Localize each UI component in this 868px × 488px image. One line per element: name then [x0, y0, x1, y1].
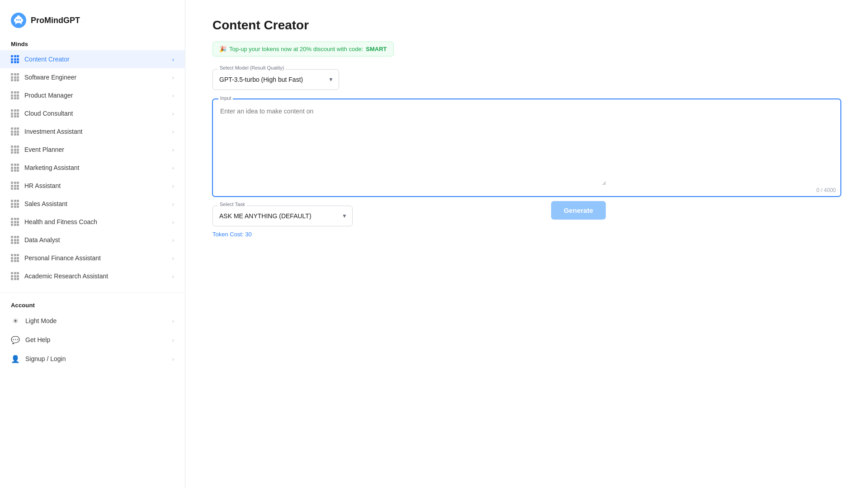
account-item-get-help[interactable]: 💬Get Help› — [0, 330, 185, 349]
nav-item-label: Product Manager — [24, 92, 172, 99]
nav-chevron-icon: › — [172, 128, 174, 135]
model-select-wrapper: Select Model (Result Quality) GPT-3.5-tu… — [212, 69, 339, 90]
logo-text: ProMindGPT — [31, 16, 80, 25]
sidebar: ProMindGPT Minds Content Creator›Softwar… — [0, 0, 185, 488]
model-select-label: Select Model (Result Quality) — [218, 65, 286, 70]
logo-area: ProMindGPT — [0, 9, 185, 37]
grid-icon — [11, 218, 19, 226]
nav-chevron-icon: › — [172, 74, 174, 81]
bottom-row: Select Task ASK ME ANYTHING (DEFAULT) Bl… — [212, 206, 606, 238]
nav-chevron-icon: › — [172, 92, 174, 99]
sidebar-item-health-fitness-coach[interactable]: Health and Fitness Coach› — [0, 213, 185, 231]
sidebar-item-investment-assistant[interactable]: Investment Assistant› — [0, 122, 185, 141]
model-select-group: Select Model (Result Quality) GPT-3.5-tu… — [212, 69, 841, 90]
grid-icon — [11, 109, 19, 117]
minds-section-label: Minds — [0, 37, 185, 50]
sidebar-item-content-creator[interactable]: Content Creator› — [0, 50, 185, 68]
account-item-signup-login[interactable]: 👤Signup / Login› — [0, 349, 185, 368]
promo-text: Top-up your tokens now at 20% discount w… — [229, 46, 363, 52]
grid-icon — [11, 182, 19, 190]
sidebar-item-event-planner[interactable]: Event Planner› — [0, 141, 185, 159]
nav-chevron-icon: › — [172, 201, 174, 207]
account-item-label: Light Mode — [25, 317, 172, 324]
nav-item-label: Content Creator — [24, 56, 172, 63]
select-task-group: Select Task ASK ME ANYTHING (DEFAULT) Bl… — [212, 206, 353, 238]
account-chevron-icon: › — [172, 356, 174, 362]
logo-icon — [11, 13, 26, 28]
nav-item-label: Data Analyst — [24, 236, 172, 244]
task-select-label: Select Task — [218, 202, 247, 207]
nav-chevron-icon: › — [172, 164, 174, 171]
content-input[interactable] — [213, 99, 606, 185]
sidebar-item-sales-assistant[interactable]: Sales Assistant› — [0, 195, 185, 213]
nav-chevron-icon: › — [172, 255, 174, 262]
promo-banner: 🎉 Top-up your tokens now at 20% discount… — [212, 42, 394, 56]
nav-chevron-icon: › — [172, 183, 174, 189]
token-cost: Token Cost: 30 — [212, 231, 353, 238]
grid-icon — [11, 254, 19, 262]
grid-icon — [11, 236, 19, 244]
account-section-label: Account — [0, 298, 185, 311]
signup-login-icon: 👤 — [11, 354, 20, 363]
nav-item-label: Health and Fitness Coach — [24, 218, 172, 225]
sidebar-item-product-manager[interactable]: Product Manager› — [0, 86, 185, 104]
nav-chevron-icon: › — [172, 237, 174, 244]
account-chevron-icon: › — [172, 318, 174, 324]
sidebar-item-hr-assistant[interactable]: HR Assistant› — [0, 177, 185, 195]
account-item-label: Get Help — [25, 336, 172, 343]
nav-chevron-icon: › — [172, 56, 174, 63]
nav-item-label: Academic Research Assistant — [24, 272, 172, 280]
input-field-wrapper: Input 0 / 4000 — [212, 99, 841, 197]
task-select-wrapper: Select Task ASK ME ANYTHING (DEFAULT) Bl… — [212, 206, 353, 226]
grid-icon — [11, 55, 19, 63]
nav-chevron-icon: › — [172, 110, 174, 117]
sidebar-item-marketing-assistant[interactable]: Marketing Assistant› — [0, 159, 185, 177]
grid-icon — [11, 127, 19, 136]
sidebar-item-data-analyst[interactable]: Data Analyst› — [0, 231, 185, 249]
grid-icon — [11, 145, 19, 154]
generate-button[interactable]: Generate — [551, 201, 606, 220]
sidebar-item-software-engineer[interactable]: Software Engineer› — [0, 68, 185, 86]
account-item-label: Signup / Login — [25, 355, 172, 362]
sidebar-item-personal-finance[interactable]: Personal Finance Assistant› — [0, 249, 185, 267]
promo-code: SMART — [366, 46, 387, 52]
nav-chevron-icon: › — [172, 273, 174, 280]
task-select[interactable]: ASK ME ANYTHING (DEFAULT) Blog Post Soci… — [212, 206, 353, 226]
nav-item-label: Software Engineer — [24, 74, 172, 81]
sidebar-item-academic-research[interactable]: Academic Research Assistant› — [0, 267, 185, 285]
nav-item-label: Cloud Consultant — [24, 110, 172, 117]
input-group: Input 0 / 4000 — [212, 99, 841, 197]
grid-icon — [11, 91, 19, 99]
page-title: Content Creator — [212, 18, 841, 33]
promo-emoji: 🎉 — [219, 46, 226, 52]
account-item-light-mode[interactable]: ☀Light Mode› — [0, 311, 185, 330]
svg-point-2 — [18, 19, 19, 21]
get-help-icon: 💬 — [11, 335, 20, 344]
svg-point-3 — [20, 19, 21, 21]
grid-icon — [11, 200, 19, 208]
account-chevron-icon: › — [172, 337, 174, 343]
svg-point-1 — [16, 19, 18, 21]
minds-nav: Content Creator›Software Engineer›Produc… — [0, 50, 185, 285]
grid-icon — [11, 73, 19, 81]
account-section: Account ☀Light Mode›💬Get Help›👤Signup / … — [0, 292, 185, 368]
light-mode-icon: ☀ — [11, 316, 20, 325]
nav-item-label: Event Planner — [24, 146, 172, 153]
nav-item-label: Personal Finance Assistant — [24, 254, 172, 262]
nav-chevron-icon: › — [172, 219, 174, 225]
input-label: Input — [218, 95, 233, 101]
sidebar-item-cloud-consultant[interactable]: Cloud Consultant› — [0, 104, 185, 122]
model-select[interactable]: GPT-3.5-turbo (High but Fast) GPT-4 (Hig… — [212, 69, 339, 90]
main-content: Content Creator 🎉 Top-up your tokens now… — [185, 0, 868, 488]
nav-item-label: Sales Assistant — [24, 200, 172, 207]
char-count: 0 / 4000 — [213, 185, 840, 196]
grid-icon — [11, 164, 19, 172]
grid-icon — [11, 272, 19, 280]
nav-item-label: Investment Assistant — [24, 128, 172, 135]
nav-item-label: Marketing Assistant — [24, 164, 172, 171]
nav-chevron-icon: › — [172, 146, 174, 153]
nav-item-label: HR Assistant — [24, 182, 172, 189]
